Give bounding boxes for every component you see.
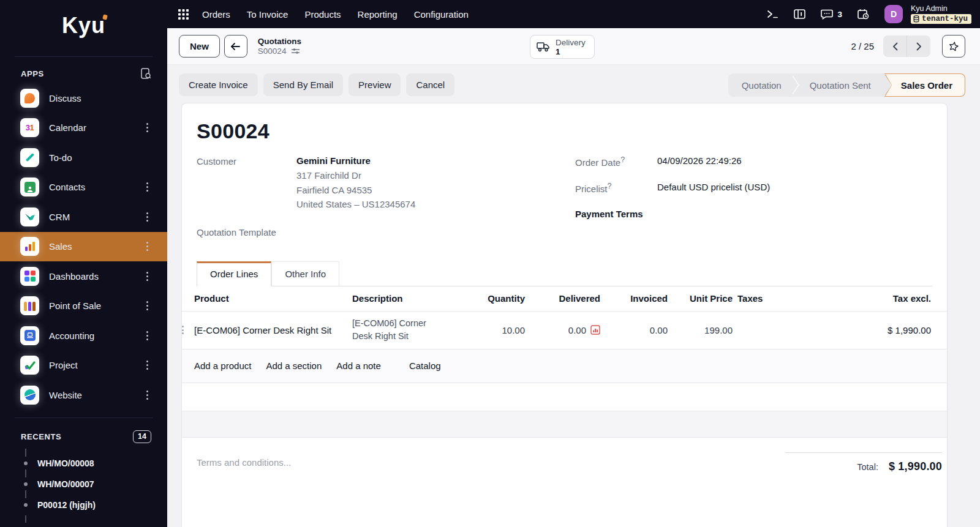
- user-name: Kyu Admin: [911, 4, 971, 13]
- topbar: Orders To Invoice Products Reporting Con…: [167, 0, 980, 28]
- add-a-product-link[interactable]: Add a product: [194, 361, 251, 371]
- control-bar: New Quotations S00024 Delivery 1: [167, 28, 980, 65]
- app-menu-kebab-icon[interactable]: [143, 391, 151, 400]
- recent-item[interactable]: P00012 (hjgjh): [24, 495, 167, 515]
- sidebar-item-accounting[interactable]: Accounting: [0, 321, 167, 351]
- sparkle-badge-button[interactable]: [942, 35, 965, 58]
- pager-previous-button[interactable]: [883, 36, 907, 57]
- app-menu-kebab-icon[interactable]: [143, 182, 151, 192]
- sidebar-item-contacts[interactable]: Contacts: [0, 173, 167, 203]
- app-search-icon[interactable]: [141, 68, 151, 80]
- discuss-app-icon: [20, 89, 39, 108]
- app-menu-kebab-icon[interactable]: [143, 361, 151, 370]
- todo-app-icon: [20, 148, 39, 167]
- dashboards-app-icon: [20, 267, 39, 286]
- column-description[interactable]: Description: [352, 293, 482, 304]
- payment-terms-field[interactable]: Payment Terms: [575, 208, 932, 219]
- nav-reporting[interactable]: Reporting: [358, 9, 398, 20]
- app-menu-kebab-icon[interactable]: [143, 301, 151, 310]
- sidebar-item-discuss[interactable]: Discuss: [0, 83, 167, 113]
- activities-calendar-icon[interactable]: [858, 9, 869, 20]
- cell-delivered[interactable]: 0.00: [530, 325, 600, 335]
- drag-handle-icon[interactable]: [181, 326, 189, 334]
- cell-product[interactable]: [E-COM06] Corner Desk Right Sit: [194, 325, 347, 335]
- panel-toggle-icon[interactable]: [794, 9, 805, 19]
- breadcrumb-parent[interactable]: Quotations: [258, 37, 301, 46]
- app-menu-kebab-icon[interactable]: [143, 212, 151, 222]
- recents-count-badge[interactable]: 14: [133, 430, 151, 443]
- status-step-quotation-sent[interactable]: Quotation Sent: [796, 73, 884, 97]
- sliders-icon[interactable]: [292, 48, 300, 54]
- delete-row-button[interactable]: [936, 324, 948, 336]
- app-menu-kebab-icon[interactable]: [143, 242, 151, 251]
- recent-item[interactable]: WH/MO/00007: [24, 474, 167, 495]
- sidebar-item-todo[interactable]: To-do: [0, 143, 167, 173]
- column-product[interactable]: Product: [194, 293, 347, 304]
- order-line-row[interactable]: [E-COM06] Corner Desk Right Sit [E-COM06…: [181, 312, 948, 349]
- create-invoice-button[interactable]: Create Invoice: [179, 73, 258, 96]
- help-marker[interactable]: ?: [608, 182, 612, 190]
- nav-orders[interactable]: Orders: [202, 9, 230, 20]
- terminal-icon[interactable]: [767, 9, 778, 19]
- sidebar-item-dashboards[interactable]: Dashboards: [0, 261, 167, 291]
- app-menu-kebab-icon[interactable]: [143, 272, 151, 281]
- send-by-email-button[interactable]: Send By Email: [263, 73, 343, 96]
- cell-description[interactable]: [E-COM06] Corner Desk Right Sit: [352, 317, 447, 343]
- column-delivered[interactable]: Delivered: [530, 293, 600, 304]
- quotation-template-field[interactable]: Quotation Template: [197, 226, 575, 237]
- sidebar-item-sales[interactable]: Sales: [0, 232, 167, 262]
- sidebar-item-point-of-sale[interactable]: Point of Sale: [0, 291, 167, 321]
- tab-other-info[interactable]: Other Info: [271, 261, 339, 286]
- page-title: S00024: [197, 119, 932, 143]
- pager-next-button[interactable]: [907, 36, 930, 57]
- terms-and-conditions-input[interactable]: Terms and conditions...: [197, 452, 291, 468]
- app-label: Discuss: [49, 93, 151, 103]
- sidebar-item-website[interactable]: Website: [0, 380, 167, 410]
- nav-configuration[interactable]: Configuration: [414, 9, 469, 20]
- status-step-sales-order[interactable]: Sales Order: [884, 73, 965, 97]
- sidebar-item-crm[interactable]: CRM: [0, 202, 167, 232]
- new-button[interactable]: New: [179, 35, 220, 58]
- column-tax-excl[interactable]: Tax excl.: [828, 293, 931, 304]
- quotation-template-label: Quotation Template: [197, 226, 296, 237]
- cell-quantity[interactable]: 10.00: [487, 325, 525, 335]
- column-unit-price[interactable]: Unit Price: [673, 293, 733, 304]
- forecast-warning-icon[interactable]: [590, 325, 600, 335]
- cell-unit-price[interactable]: 199.00: [673, 325, 733, 335]
- recent-item[interactable]: WH/MO/00008: [24, 453, 167, 474]
- sidebar-item-calendar[interactable]: 31 Calendar: [0, 113, 167, 143]
- timeline-dot-icon: [24, 482, 28, 486]
- brand-logo[interactable]: Kyu: [62, 13, 105, 39]
- back-button[interactable]: [224, 35, 247, 58]
- cancel-button[interactable]: Cancel: [406, 73, 454, 96]
- column-quantity[interactable]: Quantity: [487, 293, 525, 304]
- order-date-value[interactable]: 04/09/2026 22:49:26: [657, 155, 742, 168]
- user-avatar[interactable]: D: [884, 5, 903, 23]
- timeline-tick: [25, 515, 167, 523]
- tab-order-lines[interactable]: Order Lines: [197, 261, 271, 286]
- sidebar-item-project[interactable]: Project: [0, 351, 167, 381]
- nav-to-invoice[interactable]: To Invoice: [247, 9, 288, 20]
- app-label: Dashboards: [49, 271, 133, 282]
- app-menu-kebab-icon[interactable]: [143, 331, 151, 340]
- app-menu-kebab-icon[interactable]: [143, 123, 151, 132]
- pricelist-value[interactable]: Default USD pricelist (USD): [657, 182, 770, 194]
- add-a-section-link[interactable]: Add a section: [266, 361, 322, 371]
- app-label: Project: [49, 360, 133, 370]
- nav-products[interactable]: Products: [304, 9, 341, 20]
- apps-grid-icon[interactable]: [178, 9, 189, 20]
- column-invoiced[interactable]: Invoiced: [605, 293, 668, 304]
- column-taxes[interactable]: Taxes: [737, 293, 823, 304]
- customer-name-link[interactable]: Gemini Furniture: [296, 155, 415, 166]
- help-marker[interactable]: ?: [620, 155, 625, 164]
- user-block[interactable]: Kyu Admin tenant-kyu: [911, 4, 971, 24]
- optional-columns-icon[interactable]: [936, 293, 948, 304]
- catalog-link[interactable]: Catalog: [409, 361, 441, 371]
- cell-invoiced[interactable]: 0.00: [605, 325, 668, 335]
- preview-button[interactable]: Preview: [349, 73, 401, 96]
- topbar-right: 3 D Kyu Admin tenant-kyu: [767, 4, 971, 24]
- delivery-smart-button[interactable]: Delivery 1: [530, 35, 595, 59]
- status-step-quotation[interactable]: Quotation: [728, 73, 795, 97]
- messages-indicator[interactable]: 3: [821, 9, 842, 20]
- add-a-note-link[interactable]: Add a note: [336, 361, 381, 371]
